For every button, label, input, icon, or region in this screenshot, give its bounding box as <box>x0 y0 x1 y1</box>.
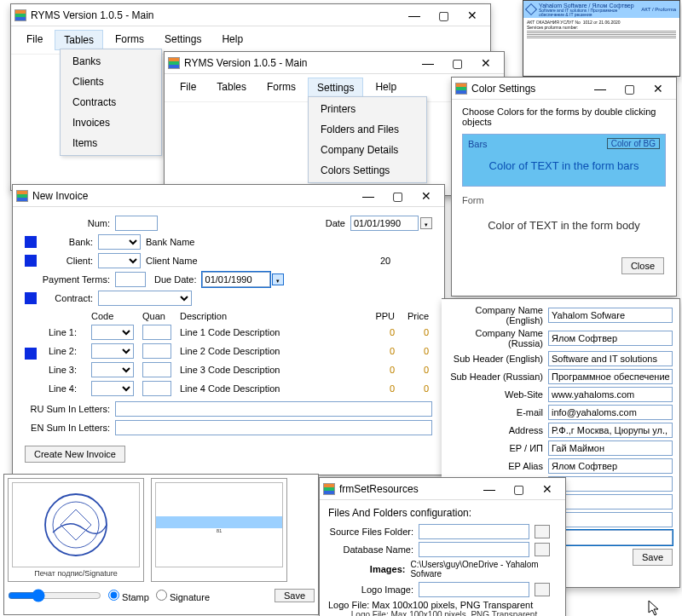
color-of-bg[interactable]: Color of BG <box>607 138 660 149</box>
titlebar[interactable]: RYMS Version 1.0.5 - Main — ▢ ✕ <box>165 52 504 74</box>
form-label: Form <box>462 195 666 205</box>
di-colors[interactable]: Colors Settings <box>309 160 426 181</box>
date-field[interactable] <box>350 216 419 231</box>
minimize-button[interactable]: — <box>359 189 378 203</box>
due-field[interactable] <box>202 272 270 287</box>
close-button[interactable]: ✕ <box>417 189 436 203</box>
company-field-input[interactable] <box>548 308 673 323</box>
company-field-input[interactable] <box>548 440 673 456</box>
zoom-slider[interactable] <box>8 589 101 602</box>
company-field-input[interactable] <box>548 494 673 509</box>
menu-tables[interactable]: Tables <box>55 30 103 50</box>
minimize-button[interactable]: — <box>419 56 437 70</box>
line1-quan[interactable] <box>142 325 171 340</box>
company-field-input[interactable] <box>548 423 673 438</box>
app-icon <box>168 57 180 69</box>
menu-tables[interactable]: Tables <box>208 78 255 98</box>
logo-field[interactable] <box>419 582 529 597</box>
client-select[interactable] <box>98 253 141 268</box>
company-field-input[interactable] <box>548 458 673 474</box>
di-clients[interactable]: Clients <box>61 72 161 92</box>
company-field-input[interactable] <box>548 476 673 492</box>
menu-help[interactable]: Help <box>213 30 251 50</box>
contract-select[interactable] <box>98 291 192 306</box>
bars-panel[interactable]: Bars Color of BG Color of TEXT in the fo… <box>462 134 666 187</box>
images-path: C:\Users\guy\OneDrive - Yahalom Sofware <box>410 560 557 579</box>
maximize-button[interactable]: ▢ <box>509 482 528 496</box>
payment-field[interactable] <box>115 272 146 287</box>
maximize-button[interactable]: ▢ <box>388 189 407 203</box>
opt-stamp[interactable]: Stamp <box>108 590 149 602</box>
opt-signature[interactable]: Signature <box>156 590 210 602</box>
browse-icon[interactable] <box>535 583 550 596</box>
titlebar[interactable]: New Invoice — ▢ ✕ <box>13 185 444 207</box>
company-field-input[interactable] <box>548 351 673 366</box>
bank-select[interactable] <box>98 234 141 250</box>
bank-color-square[interactable] <box>25 236 37 248</box>
close-button[interactable]: ✕ <box>477 56 495 70</box>
line2-code[interactable] <box>91 343 134 359</box>
company-field-input[interactable] <box>548 369 673 384</box>
menu-help[interactable]: Help <box>367 78 405 98</box>
db-field[interactable] <box>419 542 529 557</box>
titlebar[interactable]: RYMS Version 1.0.5 - Main — ▢ ✕ <box>11 4 490 26</box>
company-field-input[interactable] <box>548 387 673 402</box>
minimize-button[interactable]: — <box>480 482 499 496</box>
company-field-input[interactable] <box>548 512 673 527</box>
contract-color-square[interactable] <box>25 292 37 304</box>
maximize-button[interactable]: ▢ <box>434 9 453 22</box>
line4-quan[interactable] <box>142 381 171 396</box>
bars-text[interactable]: Color of TEXT in the form bars <box>468 149 660 182</box>
di-company[interactable]: Company Details <box>309 140 426 160</box>
di-folders[interactable]: Folders and Files <box>309 119 426 140</box>
src-field[interactable] <box>419 524 529 539</box>
close-button-bottom[interactable]: Close <box>621 257 664 274</box>
due-label: Due Date: <box>154 274 197 285</box>
close-button[interactable]: ✕ <box>538 482 557 496</box>
company-field-input[interactable] <box>548 405 673 420</box>
maximize-button[interactable]: ▢ <box>448 56 466 70</box>
menu-settings[interactable]: Settings <box>308 78 363 98</box>
form-body-text[interactable]: Color of TEXT in the form body <box>462 205 666 245</box>
di-invoices[interactable]: Invoices <box>61 112 161 133</box>
menu-file[interactable]: File <box>171 78 205 98</box>
titlebar[interactable]: Color Settings — ▢ ✕ <box>452 78 676 100</box>
company-field-input[interactable] <box>548 331 673 346</box>
menu-file[interactable]: File <box>18 30 51 50</box>
client-color-square[interactable] <box>25 255 37 267</box>
line3-code[interactable] <box>91 362 134 377</box>
di-contracts[interactable]: Contracts <box>61 92 161 112</box>
col-desc: Description <box>176 309 364 323</box>
di-printers[interactable]: Printers <box>309 99 426 119</box>
line2-quan[interactable] <box>142 343 171 359</box>
due-picker-icon[interactable] <box>272 273 284 285</box>
close-button[interactable]: ✕ <box>649 82 668 95</box>
create-invoice-button[interactable]: Create New Invoice <box>25 446 125 463</box>
browse-icon[interactable] <box>535 525 550 538</box>
company-field-input[interactable] <box>548 530 673 545</box>
ru-sum-label: RU Sum In Letters: <box>25 404 110 414</box>
menu-forms[interactable]: Forms <box>258 78 304 98</box>
line4-code[interactable] <box>91 381 134 396</box>
num-field[interactable] <box>115 216 158 231</box>
save-button[interactable]: Save <box>275 589 315 602</box>
line1-code[interactable] <box>91 325 134 340</box>
minimize-button[interactable]: — <box>591 82 610 95</box>
menu-forms[interactable]: Forms <box>107 30 153 50</box>
company-row: Sub Header (English) <box>448 351 673 366</box>
contract-label: Contract: <box>42 293 93 303</box>
close-button[interactable]: ✕ <box>463 9 482 22</box>
menu-settings[interactable]: Settings <box>156 30 210 50</box>
date-picker-icon[interactable] <box>420 217 432 229</box>
di-banks[interactable]: Banks <box>61 51 161 72</box>
di-items[interactable]: Items <box>61 133 161 153</box>
minimize-button[interactable]: — <box>405 9 424 22</box>
en-sum-field[interactable] <box>115 420 432 435</box>
save-button[interactable]: Save <box>633 549 673 566</box>
ru-sum-field[interactable] <box>115 401 432 417</box>
browse-icon[interactable] <box>535 543 550 556</box>
line3-quan[interactable] <box>142 362 171 377</box>
maximize-button[interactable]: ▢ <box>620 82 639 95</box>
titlebar[interactable]: frmSetResources — ▢ ✕ <box>320 478 565 500</box>
lines-color-square[interactable] <box>25 348 37 360</box>
